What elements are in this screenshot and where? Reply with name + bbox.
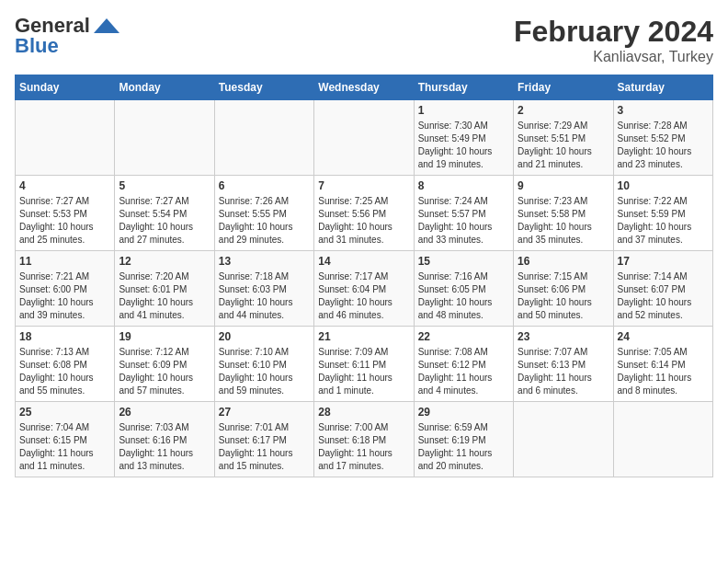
day-info: Sunrise: 7:29 AM Sunset: 5:51 PM Dayligh…: [518, 120, 609, 171]
day-info: Sunrise: 7:25 AM Sunset: 5:56 PM Dayligh…: [318, 195, 409, 247]
day-number: 2: [518, 104, 609, 117]
day-info: Sunrise: 7:13 AM Sunset: 6:08 PM Dayligh…: [19, 346, 110, 397]
calendar-cell: 21Sunrise: 7:09 AM Sunset: 6:11 PM Dayli…: [314, 327, 414, 402]
day-info: Sunrise: 7:27 AM Sunset: 5:54 PM Dayligh…: [119, 195, 210, 247]
day-info: Sunrise: 7:20 AM Sunset: 6:01 PM Dayligh…: [119, 270, 210, 322]
day-number: 24: [618, 330, 709, 343]
day-info: Sunrise: 7:27 AM Sunset: 5:53 PM Dayligh…: [19, 195, 110, 247]
logo-icon: [94, 18, 119, 33]
day-info: Sunrise: 7:14 AM Sunset: 6:07 PM Dayligh…: [618, 270, 709, 322]
logo-blue-text: Blue: [15, 35, 59, 57]
day-number: 21: [318, 330, 409, 343]
day-number: 6: [219, 179, 310, 192]
day-number: 4: [19, 179, 110, 192]
day-number: 27: [219, 406, 310, 419]
calendar-cell: 15Sunrise: 7:16 AM Sunset: 6:05 PM Dayli…: [414, 251, 513, 327]
calendar-cell: 6Sunrise: 7:26 AM Sunset: 5:55 PM Daylig…: [214, 176, 313, 251]
calendar-week-0: 1Sunrise: 7:30 AM Sunset: 5:49 PM Daylig…: [16, 100, 713, 176]
day-info: Sunrise: 7:17 AM Sunset: 6:04 PM Dayligh…: [318, 270, 409, 322]
day-info: Sunrise: 6:59 AM Sunset: 6:19 PM Dayligh…: [418, 421, 509, 473]
calendar-week-2: 11Sunrise: 7:21 AM Sunset: 6:00 PM Dayli…: [16, 251, 713, 327]
day-header-friday: Friday: [514, 75, 613, 100]
day-info: Sunrise: 7:03 AM Sunset: 6:16 PM Dayligh…: [119, 421, 210, 473]
day-number: 23: [518, 330, 609, 343]
day-number: 7: [318, 179, 409, 192]
calendar-cell: 28Sunrise: 7:00 AM Sunset: 6:18 PM Dayli…: [314, 402, 414, 477]
day-number: 15: [418, 255, 509, 268]
calendar-cell: 23Sunrise: 7:07 AM Sunset: 6:13 PM Dayli…: [514, 327, 613, 402]
calendar-cell: [314, 100, 414, 176]
day-number: 8: [418, 179, 509, 192]
calendar-cell: 3Sunrise: 7:28 AM Sunset: 5:52 PM Daylig…: [613, 100, 712, 176]
calendar-cell: 14Sunrise: 7:17 AM Sunset: 6:04 PM Dayli…: [314, 251, 414, 327]
day-number: 28: [318, 406, 409, 419]
page-header: General Blue February 2024 Kanliavsar, T…: [15, 15, 713, 65]
calendar-cell: 12Sunrise: 7:20 AM Sunset: 6:01 PM Dayli…: [115, 251, 214, 327]
calendar-cell: [214, 100, 313, 176]
day-info: Sunrise: 7:21 AM Sunset: 6:00 PM Dayligh…: [19, 270, 110, 322]
day-info: Sunrise: 7:01 AM Sunset: 6:17 PM Dayligh…: [219, 421, 310, 473]
calendar-header-row: SundayMondayTuesdayWednesdayThursdayFrid…: [16, 75, 713, 100]
day-number: 10: [618, 179, 709, 192]
day-info: Sunrise: 7:28 AM Sunset: 5:52 PM Dayligh…: [618, 120, 709, 171]
day-info: Sunrise: 7:26 AM Sunset: 5:55 PM Dayligh…: [219, 195, 310, 247]
title-block: February 2024 Kanliavsar, Turkey: [514, 15, 713, 65]
day-info: Sunrise: 7:00 AM Sunset: 6:18 PM Dayligh…: [318, 421, 409, 473]
day-info: Sunrise: 7:23 AM Sunset: 5:58 PM Dayligh…: [518, 195, 609, 247]
day-header-wednesday: Wednesday: [314, 75, 414, 100]
calendar-cell: 19Sunrise: 7:12 AM Sunset: 6:09 PM Dayli…: [115, 327, 214, 402]
calendar-cell: [514, 402, 613, 477]
calendar-cell: 8Sunrise: 7:24 AM Sunset: 5:57 PM Daylig…: [414, 176, 513, 251]
calendar-cell: 20Sunrise: 7:10 AM Sunset: 6:10 PM Dayli…: [214, 327, 313, 402]
day-info: Sunrise: 7:10 AM Sunset: 6:10 PM Dayligh…: [219, 346, 310, 397]
calendar-week-4: 25Sunrise: 7:04 AM Sunset: 6:15 PM Dayli…: [16, 402, 713, 477]
day-header-thursday: Thursday: [414, 75, 513, 100]
day-number: 12: [119, 255, 210, 268]
day-number: 18: [19, 330, 110, 343]
day-info: Sunrise: 7:09 AM Sunset: 6:11 PM Dayligh…: [318, 346, 409, 397]
day-info: Sunrise: 7:07 AM Sunset: 6:13 PM Dayligh…: [518, 346, 609, 397]
day-info: Sunrise: 7:12 AM Sunset: 6:09 PM Dayligh…: [119, 346, 210, 397]
day-number: 14: [318, 255, 409, 268]
day-number: 26: [119, 406, 210, 419]
day-number: 22: [418, 330, 509, 343]
calendar-cell: 26Sunrise: 7:03 AM Sunset: 6:16 PM Dayli…: [115, 402, 214, 477]
day-info: Sunrise: 7:08 AM Sunset: 6:12 PM Dayligh…: [418, 346, 509, 397]
day-number: 19: [119, 330, 210, 343]
calendar-subtitle: Kanliavsar, Turkey: [514, 49, 713, 65]
calendar-cell: 9Sunrise: 7:23 AM Sunset: 5:58 PM Daylig…: [514, 176, 613, 251]
day-number: 5: [119, 179, 210, 192]
calendar-cell: 10Sunrise: 7:22 AM Sunset: 5:59 PM Dayli…: [613, 176, 712, 251]
day-header-saturday: Saturday: [613, 75, 712, 100]
day-info: Sunrise: 7:30 AM Sunset: 5:49 PM Dayligh…: [418, 120, 509, 171]
calendar-cell: 18Sunrise: 7:13 AM Sunset: 6:08 PM Dayli…: [16, 327, 115, 402]
day-header-sunday: Sunday: [16, 75, 115, 100]
calendar-cell: 13Sunrise: 7:18 AM Sunset: 6:03 PM Dayli…: [214, 251, 313, 327]
calendar-cell: 11Sunrise: 7:21 AM Sunset: 6:00 PM Dayli…: [16, 251, 115, 327]
day-header-monday: Monday: [115, 75, 214, 100]
day-info: Sunrise: 7:24 AM Sunset: 5:57 PM Dayligh…: [418, 195, 509, 247]
day-info: Sunrise: 7:15 AM Sunset: 6:06 PM Dayligh…: [518, 270, 609, 322]
day-number: 1: [418, 104, 509, 117]
calendar-cell: 25Sunrise: 7:04 AM Sunset: 6:15 PM Dayli…: [16, 402, 115, 477]
svg-marker-0: [94, 18, 119, 33]
calendar-cell: 5Sunrise: 7:27 AM Sunset: 5:54 PM Daylig…: [115, 176, 214, 251]
day-header-tuesday: Tuesday: [214, 75, 313, 100]
day-info: Sunrise: 7:05 AM Sunset: 6:14 PM Dayligh…: [618, 346, 709, 397]
calendar-week-1: 4Sunrise: 7:27 AM Sunset: 5:53 PM Daylig…: [16, 176, 713, 251]
calendar-table: SundayMondayTuesdayWednesdayThursdayFrid…: [15, 75, 713, 477]
calendar-cell: 7Sunrise: 7:25 AM Sunset: 5:56 PM Daylig…: [314, 176, 414, 251]
calendar-cell: 22Sunrise: 7:08 AM Sunset: 6:12 PM Dayli…: [414, 327, 513, 402]
calendar-title: February 2024: [514, 15, 713, 49]
calendar-cell: 16Sunrise: 7:15 AM Sunset: 6:06 PM Dayli…: [514, 251, 613, 327]
calendar-cell: 17Sunrise: 7:14 AM Sunset: 6:07 PM Dayli…: [613, 251, 712, 327]
day-number: 17: [618, 255, 709, 268]
day-number: 29: [418, 406, 509, 419]
calendar-cell: [16, 100, 115, 176]
day-info: Sunrise: 7:22 AM Sunset: 5:59 PM Dayligh…: [618, 195, 709, 247]
day-number: 13: [219, 255, 310, 268]
calendar-cell: 2Sunrise: 7:29 AM Sunset: 5:51 PM Daylig…: [514, 100, 613, 176]
day-number: 11: [19, 255, 110, 268]
day-number: 9: [518, 179, 609, 192]
day-number: 16: [518, 255, 609, 268]
